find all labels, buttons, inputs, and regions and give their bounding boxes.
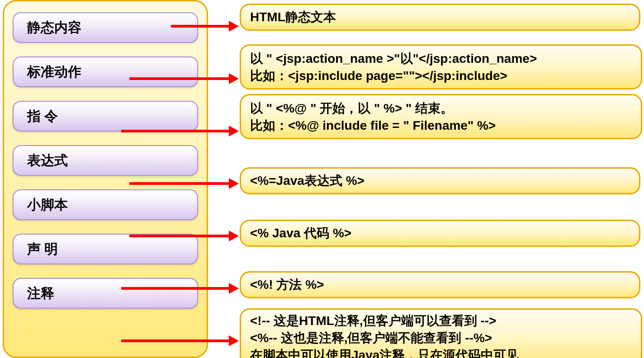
desc-standard-action: 以 " <jsp:action_name >"以"</jsp:action_na… [240,44,642,90]
desc-text-line: 比如：<jsp:include page=""></jsp:include> [250,67,632,85]
category-directive: 指 令 [13,101,198,132]
arrow-icon [121,285,239,292]
category-expression: 表达式 [13,145,198,176]
category-label: 注释 [27,284,54,303]
desc-directive: 以 " <%@ " 开始，以 " %> " 结束。 比如：<%@ include… [240,94,642,139]
category-label: 表达式 [27,151,68,170]
arrow-icon [121,127,239,135]
arrow-icon [171,23,239,30]
arrow-icon [129,75,239,82]
desc-expression: <%=Java表达式 %> [240,167,640,194]
category-comment: 注释 [13,278,198,309]
category-scriptlet: 小脚本 [13,189,198,220]
category-label: 声 明 [27,240,58,259]
desc-text: HTML静态文本 [250,9,336,26]
left-category-container: 静态内容 标准动作 指 令 表达式 小脚本 声 明 注释 [3,0,208,358]
category-standard-action: 标准动作 [13,57,198,87]
desc-comment: <!-- 这是HTML注释,但客户端可以查看到 --> <%-- 这也是注释,但… [240,308,642,358]
desc-text-line: 在脚本中可以使用Java注释，只在源代码中可见 [250,347,632,358]
desc-text-line: <!-- 这是HTML注释,但客户端可以查看到 --> [250,312,632,330]
arrow-icon [129,232,239,240]
desc-text-line: 以 " <jsp:action_name >"以"</jsp:action_na… [250,50,632,67]
desc-scriptlet: <% Java 代码 %> [240,220,640,247]
desc-text-line: 以 " <%@ " 开始，以 " %> " 结束。 [250,100,632,117]
arrow-icon [129,180,239,187]
arrow-icon [121,337,239,344]
desc-text: <%=Java表达式 %> [250,172,365,189]
category-static-content: 静态内容 [13,12,198,43]
desc-text: <% Java 代码 %> [250,225,351,242]
desc-declaration: <%! 方法 %> [240,271,640,298]
category-label: 小脚本 [27,196,68,214]
category-label: 静态内容 [27,19,81,37]
category-label: 标准动作 [27,63,81,81]
desc-static-content: HTML静态文本 [240,4,640,31]
desc-text-line: <%-- 这也是注释,但客户端不能查看到 --%> [250,330,632,347]
category-label: 指 令 [27,107,58,126]
desc-text-line: 比如：<%@ include file = " Filename" %> [250,117,632,134]
desc-text: <%! 方法 %> [250,276,324,293]
